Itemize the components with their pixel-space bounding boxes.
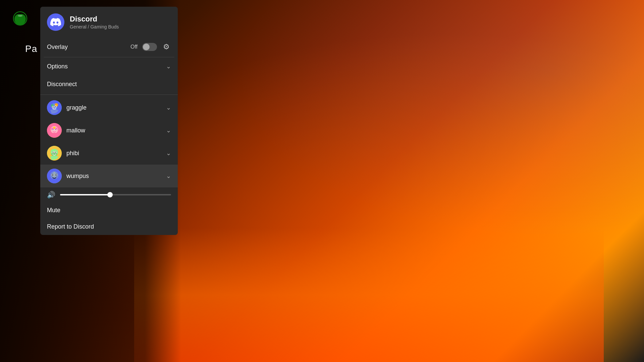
mute-action[interactable]: Mute bbox=[40, 202, 178, 219]
discord-title-block: Discord General / Gaming Buds bbox=[70, 15, 119, 29]
phibi-chevron-icon: ⌄ bbox=[166, 149, 171, 157]
xbox-sidebar bbox=[0, 0, 40, 362]
xbox-logo-icon bbox=[13, 11, 28, 26]
mallow-chevron-icon: ⌄ bbox=[166, 127, 171, 134]
user-row-mallow[interactable]: mallow ⌄ bbox=[40, 119, 178, 142]
svg-point-24 bbox=[55, 152, 56, 153]
options-label: Options bbox=[47, 63, 68, 70]
volume-icon: 🔊 bbox=[47, 191, 55, 199]
avatar-graggle bbox=[47, 100, 62, 115]
overlay-controls: Off ⚙ bbox=[130, 42, 171, 52]
overlay-row: Overlay Off ⚙ bbox=[40, 37, 178, 57]
overlay-toggle[interactable] bbox=[142, 43, 157, 51]
volume-slider-track[interactable] bbox=[60, 194, 171, 195]
report-label: Report to Discord bbox=[47, 223, 94, 230]
overlay-status: Off bbox=[130, 44, 138, 50]
options-chevron-icon: ⌄ bbox=[166, 63, 171, 70]
wumpus-chevron-icon: ⌄ bbox=[166, 172, 171, 180]
svg-point-34 bbox=[52, 175, 52, 175]
svg-point-35 bbox=[56, 175, 57, 175]
volume-slider-thumb bbox=[107, 192, 113, 197]
discord-app-title: Discord bbox=[70, 15, 119, 23]
page-label: Pa bbox=[25, 44, 37, 54]
discord-panel: Discord General / Gaming Buds Overlay Of… bbox=[40, 7, 178, 235]
disconnect-menu-item[interactable]: Disconnect bbox=[40, 75, 178, 93]
lava-effect bbox=[134, 228, 604, 362]
user-info-phibi: phibi bbox=[47, 146, 79, 161]
svg-point-7 bbox=[53, 107, 54, 108]
volume-slider-fill bbox=[60, 194, 110, 195]
user-info-wumpus: wumpus bbox=[47, 169, 89, 183]
separator-users bbox=[40, 95, 178, 95]
discord-channel-subtitle: General / Gaming Buds bbox=[70, 24, 119, 29]
xbox-logo bbox=[12, 10, 29, 27]
username-phibi: phibi bbox=[66, 150, 79, 157]
avatar-phibi bbox=[47, 146, 62, 161]
volume-row: 🔊 bbox=[40, 187, 178, 202]
toggle-knob bbox=[143, 44, 150, 50]
svg-point-17 bbox=[55, 129, 56, 130]
discord-logo-icon bbox=[47, 13, 64, 31]
user-info-mallow: mallow bbox=[47, 123, 85, 138]
avatar-mallow bbox=[47, 123, 62, 138]
mute-label: Mute bbox=[47, 207, 60, 214]
svg-point-16 bbox=[53, 129, 53, 130]
username-mallow: mallow bbox=[66, 127, 85, 134]
settings-gear-icon[interactable]: ⚙ bbox=[162, 42, 171, 52]
report-action[interactable]: Report to Discord bbox=[40, 219, 178, 235]
user-info-graggle: graggle bbox=[47, 100, 87, 115]
user-row-wumpus[interactable]: wumpus ⌄ bbox=[40, 165, 178, 187]
user-row-graggle[interactable]: graggle ⌄ bbox=[40, 96, 178, 119]
svg-point-8 bbox=[55, 106, 56, 107]
disconnect-label: Disconnect bbox=[47, 81, 77, 88]
options-menu-item[interactable]: Options ⌄ bbox=[40, 57, 178, 75]
username-graggle: graggle bbox=[66, 104, 87, 111]
discord-header: Discord General / Gaming Buds bbox=[40, 7, 178, 37]
svg-point-23 bbox=[53, 152, 54, 153]
graggle-chevron-icon: ⌄ bbox=[166, 104, 171, 111]
svg-point-13 bbox=[53, 127, 55, 129]
avatar-wumpus bbox=[47, 169, 62, 183]
user-row-phibi[interactable]: phibi ⌄ bbox=[40, 142, 178, 165]
discord-svg bbox=[50, 17, 61, 27]
overlay-label: Overlay bbox=[47, 44, 68, 51]
username-wumpus: wumpus bbox=[66, 173, 89, 180]
